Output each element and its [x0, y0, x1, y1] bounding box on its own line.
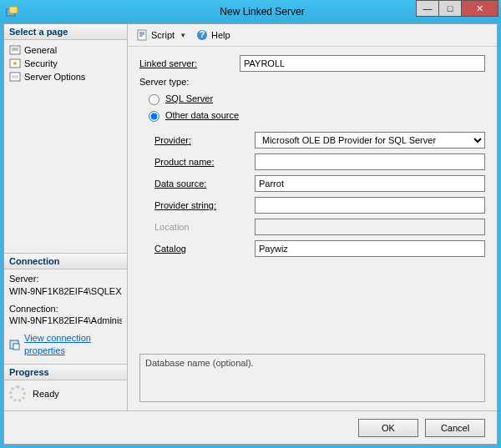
page-security[interactable]: Security	[8, 57, 124, 70]
connection-label: Connection:	[9, 303, 122, 315]
location-input	[255, 219, 485, 235]
svg-rect-10	[13, 344, 19, 350]
svg-text:?: ?	[200, 29, 205, 39]
page-icon	[9, 58, 21, 69]
close-button[interactable]: ✕	[461, 0, 498, 17]
progress-status: Ready	[33, 389, 59, 399]
page-list: General Security Server Options	[4, 40, 127, 90]
titlebar[interactable]: New Linked Server — □ ✕	[0, 0, 501, 23]
page-server-options[interactable]: Server Options	[8, 70, 124, 83]
toolbar: Script ▼ ? Help	[128, 24, 497, 47]
sql-server-radio[interactable]	[149, 94, 159, 105]
help-label: Help	[211, 30, 230, 40]
provider-label: Provider:	[154, 135, 255, 145]
app-icon	[5, 5, 18, 18]
other-data-source-radio-label: Other data source	[165, 110, 239, 120]
main-area: Select a page General Security Server Op…	[4, 24, 497, 410]
select-page-header: Select a page	[4, 24, 127, 40]
page-icon	[9, 44, 21, 56]
server-value: WIN-9NF1K82EIF4\SQLEXPRES	[9, 285, 122, 298]
provider-string-label: Provider string:	[154, 200, 255, 210]
provider-string-input[interactable]	[255, 197, 485, 214]
progress-spinner-icon	[9, 385, 26, 402]
view-connection-properties-link[interactable]: View connection properties	[9, 332, 122, 357]
data-source-label: Data source:	[154, 179, 255, 189]
cancel-button[interactable]: Cancel	[425, 419, 485, 437]
svg-rect-8	[12, 75, 18, 78]
dialog-button-row: OK Cancel	[4, 410, 497, 444]
location-label: Location	[154, 222, 255, 232]
progress-header: Progress	[4, 364, 127, 380]
data-source-input[interactable]	[255, 175, 485, 192]
svg-rect-1	[9, 7, 18, 13]
script-icon	[136, 29, 148, 41]
help-text: Database name (optional).	[145, 358, 254, 368]
sql-server-radio-label: SQL Server	[165, 93, 213, 103]
connection-header: Connection	[4, 253, 127, 269]
script-label: Script	[151, 30, 175, 40]
svg-point-6	[13, 62, 17, 65]
provider-select[interactable]: Microsoft OLE DB Provider for SQL Server	[255, 132, 485, 148]
page-label: General	[24, 45, 57, 55]
minimize-button[interactable]: —	[416, 0, 439, 17]
script-button[interactable]: Script ▼	[136, 29, 186, 41]
link-text: View connection properties	[24, 332, 122, 357]
page-label: Server Options	[24, 72, 85, 82]
help-text-box: Database name (optional).	[139, 354, 485, 402]
connection-value: WIN-9NF1K82EIF4\Administrator	[9, 315, 122, 327]
svg-rect-11	[138, 30, 146, 40]
ok-button[interactable]: OK	[358, 419, 418, 437]
page-label: Security	[24, 58, 58, 68]
linked-server-label: Linked server:	[139, 58, 240, 68]
product-name-input[interactable]	[255, 154, 485, 170]
dropdown-arrow-icon: ▼	[180, 32, 186, 39]
window-body: Select a page General Security Server Op…	[3, 23, 498, 445]
left-panel: Select a page General Security Server Op…	[4, 24, 128, 410]
help-icon: ?	[196, 29, 208, 41]
other-data-source-radio[interactable]	[149, 111, 159, 122]
properties-icon	[9, 339, 21, 350]
catalog-input[interactable]	[255, 240, 485, 257]
progress-area: Ready	[4, 380, 127, 410]
page-general[interactable]: General	[8, 43, 124, 57]
form-area: Linked server: Server type: SQL Server O…	[128, 47, 497, 410]
linked-server-input[interactable]	[240, 55, 485, 72]
page-icon	[9, 71, 21, 83]
product-name-label: Product name:	[154, 157, 255, 167]
server-label: Server:	[9, 273, 122, 285]
right-panel: Script ▼ ? Help Linked server: Server ty…	[128, 24, 497, 410]
catalog-label: Catalog	[154, 244, 255, 254]
server-type-label: Server type:	[139, 77, 240, 87]
connection-info: Server: WIN-9NF1K82EIF4\SQLEXPRES Connec…	[4, 269, 127, 364]
window-controls: — □ ✕	[417, 0, 498, 17]
help-button[interactable]: ? Help	[196, 29, 230, 41]
maximize-button[interactable]: □	[438, 0, 462, 17]
